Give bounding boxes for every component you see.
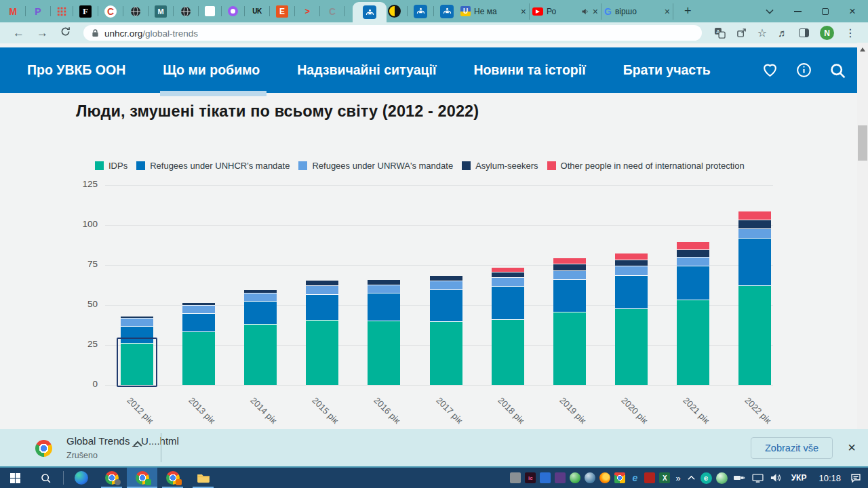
display-network-icon[interactable] (751, 472, 765, 484)
red-arrow-icon[interactable]: > (301, 5, 313, 18)
bar-segment[interactable] (677, 300, 709, 385)
bar-2020[interactable] (615, 185, 648, 385)
p-icon[interactable]: P (32, 5, 44, 18)
bar-segment[interactable] (492, 319, 524, 385)
photo-app-icon[interactable] (540, 472, 551, 483)
bar-segment[interactable] (244, 290, 277, 293)
bar-segment[interactable] (615, 260, 648, 266)
bar-segment[interactable] (492, 272, 524, 277)
tray-up-chevron-icon[interactable] (686, 474, 696, 482)
bar-segment[interactable] (182, 303, 215, 305)
page-scrollbar[interactable] (857, 43, 868, 429)
legend-item[interactable]: IDPs (95, 161, 127, 171)
bar-segment[interactable] (738, 285, 771, 386)
tab-unhcr-active[interactable] (353, 2, 387, 22)
uk-icon[interactable]: UK (251, 5, 263, 18)
profile-avatar[interactable]: N (814, 26, 840, 40)
bar-segment[interactable] (368, 293, 400, 321)
unhcr-icon[interactable] (440, 5, 454, 18)
bar-segment[interactable] (677, 257, 709, 266)
page-icon[interactable] (205, 6, 215, 16)
bar-segment[interactable] (368, 321, 400, 385)
forward-icon[interactable]: → (31, 26, 54, 40)
taskbar-chrome-button[interactable] (96, 468, 127, 488)
bar-2013[interactable] (182, 185, 215, 385)
scrollbar-thumb[interactable] (858, 125, 867, 161)
legend-item[interactable]: Refugees under UNHCR's mandate (136, 161, 290, 171)
bar-segment[interactable] (306, 294, 338, 320)
tabsearch-chevron-icon[interactable] (766, 9, 774, 14)
tab-close-icon[interactable]: × (665, 6, 670, 17)
bar-2016[interactable] (368, 185, 400, 385)
bar-segment[interactable] (368, 280, 400, 285)
bar-segment[interactable] (553, 264, 586, 270)
c-gray-icon[interactable]: C (326, 5, 338, 18)
globe-icon[interactable] (130, 5, 142, 18)
unhcr-icon[interactable] (414, 5, 427, 18)
tray-overflow-icon[interactable]: » (674, 472, 682, 485)
bar-segment[interactable] (182, 305, 215, 313)
legend-item[interactable]: Asylum-seekers (462, 161, 538, 171)
close-icon[interactable]: × (849, 5, 856, 18)
bar-segment[interactable] (615, 275, 648, 308)
bar-segment[interactable] (244, 301, 277, 324)
taskbar-edge-button[interactable] (66, 468, 96, 488)
gmail-icon[interactable]: M (7, 5, 19, 18)
e-orange-icon[interactable]: E (276, 5, 288, 18)
taskbar-chrome-button[interactable] (157, 468, 188, 488)
sphere-icon[interactable] (716, 472, 728, 484)
contrast-icon[interactable] (388, 5, 401, 18)
bar-segment[interactable] (121, 318, 153, 326)
action-center-icon[interactable] (849, 471, 863, 485)
green-globe-icon[interactable] (570, 472, 580, 483)
bar-segment[interactable] (677, 242, 709, 249)
bar-2019[interactable] (553, 185, 586, 385)
download-chevron-up-icon[interactable] (133, 441, 142, 447)
bar-segment[interactable] (677, 249, 709, 257)
blue-globe-icon[interactable] (585, 472, 595, 483)
nav-item-5[interactable]: Брати участь (623, 47, 711, 93)
bar-segment[interactable] (615, 266, 648, 274)
info-icon[interactable] (795, 62, 812, 79)
bar-segment[interactable] (553, 258, 586, 264)
bar-2014[interactable] (244, 185, 277, 385)
media-app-icon[interactable] (555, 472, 566, 483)
bar-2021[interactable] (677, 185, 709, 385)
address-bar[interactable]: unhcr.org/global-trends (83, 25, 702, 41)
legend-item[interactable]: Refugees under UNRWA's mandate (298, 161, 453, 171)
tab-close-icon[interactable]: × (593, 6, 598, 17)
bar-segment[interactable] (306, 285, 338, 293)
show-all-downloads-button[interactable]: Zobrazit vše (751, 437, 833, 459)
search-icon[interactable] (829, 62, 846, 79)
chrome-mini-icon[interactable] (614, 472, 625, 483)
bar-segment[interactable] (182, 331, 215, 385)
bar-segment[interactable] (430, 276, 462, 281)
c-colorful-icon[interactable]: C (104, 5, 117, 18)
tab-1[interactable]: UНе ма× (458, 3, 530, 20)
bar-segment[interactable] (244, 324, 277, 385)
bar-segment[interactable] (553, 312, 586, 385)
taskbar-search-icon[interactable] (31, 468, 61, 488)
kebab-menu-icon[interactable]: ⋮ (840, 26, 861, 39)
dots-grid-icon[interactable] (57, 7, 66, 16)
bar-segment[interactable] (492, 277, 524, 286)
tab-3[interactable]: Gвіршо× (601, 3, 673, 20)
side-panel-icon[interactable] (793, 28, 814, 37)
reload-icon[interactable] (54, 26, 77, 40)
forbes-icon[interactable]: F (79, 5, 92, 18)
bar-2022[interactable] (738, 185, 771, 385)
bar-segment[interactable] (553, 270, 586, 279)
bar-2017[interactable] (430, 185, 462, 385)
bar-segment[interactable] (306, 320, 338, 385)
language-indicator[interactable]: УКР (787, 473, 811, 483)
scroll-up-arrow-icon[interactable] (860, 47, 865, 52)
maximize-icon[interactable] (822, 8, 829, 15)
taskbar-folder-button[interactable] (188, 468, 218, 488)
bar-segment[interactable] (677, 266, 709, 300)
bar-segment[interactable] (306, 281, 338, 286)
nav-item-1[interactable]: Про УВКБ ООН (27, 47, 125, 93)
bar-segment[interactable] (615, 308, 648, 385)
back-icon[interactable]: ← (7, 26, 31, 40)
bar-segment[interactable] (182, 313, 215, 332)
volume-icon[interactable] (769, 472, 783, 484)
